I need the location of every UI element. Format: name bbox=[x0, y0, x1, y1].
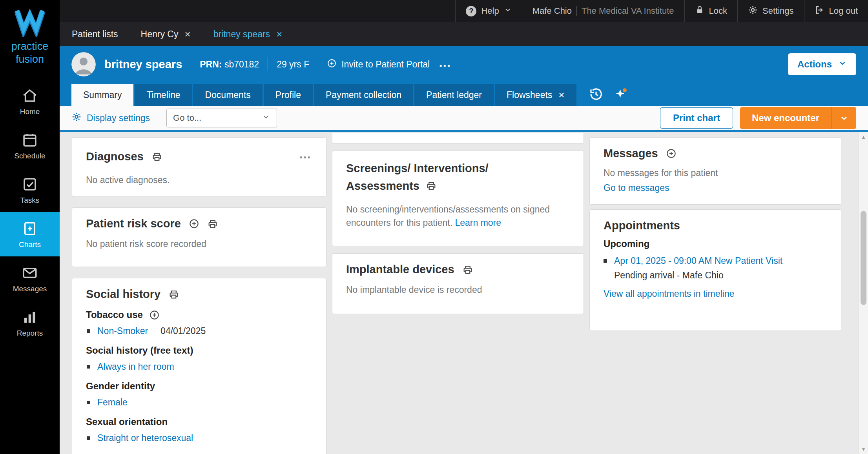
goto-value: Go to... bbox=[173, 113, 201, 123]
diagnoses-empty-text: No active diagnoses. bbox=[86, 173, 312, 187]
logout-button[interactable]: Log out bbox=[804, 0, 868, 22]
app-root: practice fusion Home Schedule bbox=[0, 0, 868, 454]
tasks-icon bbox=[22, 176, 38, 192]
scroll-down-arrow[interactable]: ▼ bbox=[859, 444, 868, 454]
invite-patient-portal-button[interactable]: Invite to Patient Portal bbox=[327, 58, 430, 71]
sidebar-item-charts[interactable]: Charts bbox=[0, 212, 60, 256]
divider bbox=[268, 57, 268, 71]
learn-more-link[interactable]: Learn more bbox=[455, 218, 501, 228]
avatar bbox=[71, 52, 96, 76]
sexual-orientation-link[interactable]: Straight or heterosexual bbox=[97, 433, 193, 443]
tobacco-use-link[interactable]: Non-Smoker bbox=[97, 326, 148, 336]
new-encounter-button[interactable]: New encounter bbox=[740, 107, 831, 129]
list-item: Straight or heterosexual bbox=[87, 433, 312, 443]
tab-summary[interactable]: Summary bbox=[71, 84, 133, 106]
view-all-appointments-link[interactable]: View all appointments in timeline bbox=[604, 289, 827, 299]
scroll-up-arrow[interactable]: ▲ bbox=[859, 132, 868, 142]
tab-label: Summary bbox=[83, 90, 122, 100]
sidebar-item-label: Messages bbox=[13, 285, 47, 293]
heading-label: Sexual orientation bbox=[86, 416, 168, 427]
tab-label: britney spears bbox=[213, 29, 270, 40]
user-practice-info[interactable]: Mafe Chio The Medical VA Institute bbox=[522, 0, 684, 22]
tab-patient-lists[interactable]: Patient lists bbox=[72, 29, 118, 40]
actions-button[interactable]: Actions bbox=[788, 53, 856, 75]
screenings-card: Screenings/ Interventions/ Assessments N… bbox=[332, 151, 584, 246]
lock-button[interactable]: Lock bbox=[684, 0, 737, 22]
gender-identity-link[interactable]: Female bbox=[97, 397, 128, 408]
vertical-scrollbar[interactable]: ▲ ▼ bbox=[859, 132, 868, 454]
tab-label: Timeline bbox=[146, 90, 180, 100]
tab-henry-cy[interactable]: Henry Cy × bbox=[141, 29, 191, 40]
settings-label: Settings bbox=[762, 6, 794, 16]
user-name: Mafe Chio bbox=[532, 6, 572, 16]
print-icon[interactable] bbox=[151, 151, 162, 162]
list-item: Always in her room bbox=[87, 361, 312, 372]
sidebar-item-tasks[interactable]: Tasks bbox=[0, 168, 60, 212]
tab-label: Profile bbox=[275, 90, 301, 100]
display-settings-label: Display settings bbox=[87, 113, 150, 123]
patient-prn: PRN: sb70182 bbox=[200, 59, 259, 70]
help-menu[interactable]: ? Help bbox=[455, 0, 522, 22]
patient-age-sex: 29 yrs F bbox=[277, 59, 309, 70]
bullet-icon bbox=[87, 436, 90, 440]
tab-britney-spears[interactable]: britney spears × bbox=[213, 29, 283, 40]
tab-documents[interactable]: Documents bbox=[193, 84, 262, 106]
chevron-down-icon bbox=[838, 59, 847, 70]
chart-section-tabs: Summary Timeline Documents Profile Payme… bbox=[60, 82, 868, 106]
scrollbar-thumb[interactable] bbox=[861, 211, 866, 305]
sidebar-item-label: Schedule bbox=[14, 152, 45, 160]
chevron-down-icon bbox=[262, 113, 270, 123]
close-icon[interactable]: × bbox=[276, 29, 282, 39]
goto-dropdown[interactable]: Go to... bbox=[166, 109, 277, 127]
close-icon[interactable]: × bbox=[184, 29, 190, 39]
bullet-icon bbox=[87, 365, 90, 369]
print-icon[interactable] bbox=[426, 180, 437, 191]
appointment-link[interactable]: Apr 01, 2025 - 09:00 AM New Patient Visi… bbox=[614, 256, 782, 266]
heading-label: Tobacco use bbox=[86, 309, 143, 320]
sidebar-item-home[interactable]: Home bbox=[0, 79, 60, 123]
free-text-link[interactable]: Always in her room bbox=[97, 361, 174, 372]
sidebar-item-reports[interactable]: Reports bbox=[0, 301, 60, 345]
partially-scrolled-card bbox=[332, 133, 584, 143]
lock-label: Lock bbox=[709, 6, 727, 16]
practice-fusion-logo[interactable]: practice fusion bbox=[11, 0, 49, 79]
print-icon[interactable] bbox=[207, 218, 218, 229]
plus-circle-icon[interactable] bbox=[666, 148, 677, 159]
bullet-icon bbox=[604, 259, 607, 263]
implantable-devices-card: Implantable devices No implantable devic… bbox=[332, 253, 584, 314]
sparkle-icon[interactable] bbox=[614, 87, 628, 101]
tab-payment-collection[interactable]: Payment collection bbox=[314, 84, 413, 106]
print-icon[interactable] bbox=[168, 289, 179, 300]
tab-patient-ledger[interactable]: Patient ledger bbox=[414, 84, 494, 106]
prn-label: PRN: bbox=[200, 59, 222, 69]
history-icon[interactable] bbox=[589, 87, 604, 102]
settings-button[interactable]: Settings bbox=[737, 0, 804, 22]
sidebar-item-label: Tasks bbox=[20, 196, 40, 205]
bullet-icon bbox=[87, 401, 90, 404]
tab-profile[interactable]: Profile bbox=[264, 84, 313, 106]
plus-circle-icon[interactable] bbox=[149, 310, 160, 320]
print-chart-button[interactable]: Print chart bbox=[660, 107, 733, 129]
sidebar-item-schedule[interactable]: Schedule bbox=[0, 123, 60, 168]
display-settings-button[interactable]: Display settings bbox=[71, 112, 150, 124]
divider bbox=[576, 6, 577, 16]
empty-label: No screening/interventions/assessments o… bbox=[346, 204, 550, 228]
more-options-icon[interactable]: … bbox=[438, 55, 452, 74]
tab-timeline[interactable]: Timeline bbox=[135, 84, 192, 106]
sidebar-item-label: Home bbox=[20, 107, 40, 116]
close-icon[interactable]: × bbox=[558, 90, 564, 100]
plus-circle-icon[interactable] bbox=[189, 218, 199, 229]
patient-header: britney spears PRN: sb70182 29 yrs F Inv… bbox=[60, 46, 868, 82]
tab-flowsheets[interactable]: Flowsheets × bbox=[495, 84, 576, 106]
more-options-icon[interactable]: … bbox=[299, 147, 312, 166]
charts-icon bbox=[22, 220, 38, 237]
new-encounter-dropdown[interactable] bbox=[831, 107, 856, 129]
sidebar-item-messages[interactable]: Messages bbox=[0, 256, 60, 301]
tab-label: Flowsheets bbox=[507, 90, 552, 100]
summary-toolbar: Display settings Go to... Print chart Ne… bbox=[60, 106, 868, 132]
go-to-messages-link[interactable]: Go to messages bbox=[604, 181, 827, 194]
print-icon[interactable] bbox=[462, 264, 473, 275]
open-tabs-row: Patient lists Henry Cy × britney spears … bbox=[60, 22, 868, 46]
reports-icon bbox=[22, 309, 38, 325]
appointment-item: Apr 01, 2025 - 09:00 AM New Patient Visi… bbox=[604, 256, 827, 266]
